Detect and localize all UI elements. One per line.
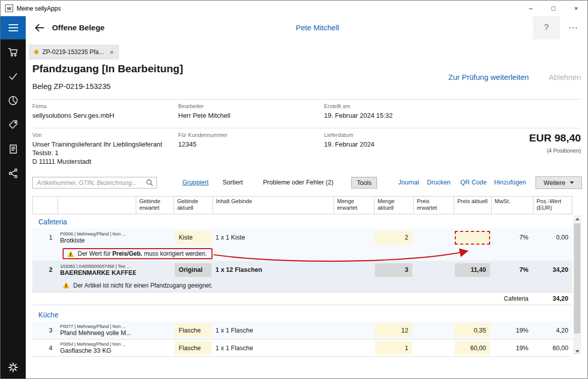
row-warning: Der Artikel ist nicht für einen Pfandzug… xyxy=(32,279,572,292)
col-preis-aktuell: Preis aktuell xyxy=(454,197,492,214)
checkmark-icon xyxy=(8,71,19,82)
table-row[interactable]: 4 P0054 | Mehrweg/Pfand | Non ... Gasfla… xyxy=(32,340,572,357)
positions-count: (4 Positionen) xyxy=(529,148,581,154)
forward-for-review-link[interactable]: Zur Prüfung weiterleiten xyxy=(448,73,528,81)
col-pos-wert: Pos.-Wert (EUR) xyxy=(533,197,573,214)
search-icon[interactable] xyxy=(146,179,153,186)
sidebar-item-cart[interactable] xyxy=(8,46,19,58)
reject-link[interactable]: Ablehnen xyxy=(549,73,581,81)
gebinde-aktuell-field: Original xyxy=(175,263,211,277)
article-search xyxy=(32,177,157,188)
settings-button[interactable] xyxy=(8,362,19,373)
journal-link[interactable]: Journal xyxy=(398,179,419,186)
hamburger-icon xyxy=(9,24,18,25)
search-input[interactable] xyxy=(33,178,146,187)
kundennummer-label: Für Kundennummer xyxy=(178,132,324,138)
chevron-down-icon xyxy=(570,181,574,184)
qr-code-link[interactable]: QR Code xyxy=(460,179,487,186)
gebinde-aktuell-field[interactable]: Kiste xyxy=(175,231,211,245)
current-user[interactable]: Pete Mitchell xyxy=(296,23,339,32)
drucken-link[interactable]: Drucken xyxy=(427,179,451,186)
weitere-dropdown-button[interactable]: Weitere xyxy=(536,176,582,189)
col-menge-aktuell: Menge aktuell xyxy=(375,197,414,214)
back-button[interactable] xyxy=(32,20,47,35)
app-window: W Meine sellyApps – □ × Offene Belege Pe… xyxy=(0,0,588,379)
sidebar-item-journal[interactable] xyxy=(8,144,19,155)
preis-aktuell-field[interactable]: 60,00 xyxy=(455,341,490,355)
col-mwst: MwSt. xyxy=(492,197,533,214)
pos-wert-value: 4,20 xyxy=(533,327,572,334)
menge-aktuell-field: 3 xyxy=(375,263,412,277)
minimize-button[interactable]: – xyxy=(519,1,542,16)
firma-label: Firma xyxy=(32,103,178,109)
tab-close-icon[interactable]: × xyxy=(110,49,114,56)
inhalt-gebinde: 1 x 1 Flasche xyxy=(212,345,334,352)
document-total: EUR 98,40 (4 Positionen) xyxy=(529,132,581,154)
document-tab[interactable]: ZP-0219-153235 Pfa... × xyxy=(29,44,119,60)
article-name: Gasflasche 33 KG xyxy=(60,347,136,354)
article-cell: 102082 | 04005500007456 | Tee ... BAEREN… xyxy=(58,264,136,276)
sidebar-item-share[interactable] xyxy=(8,168,19,179)
menge-aktuell-field[interactable]: 1 xyxy=(375,341,412,355)
back-arrow-icon xyxy=(34,22,45,33)
warning-icon xyxy=(67,251,74,257)
sidebar-item-reports[interactable] xyxy=(8,95,19,106)
subtotal-value: 34,20 xyxy=(533,295,572,302)
window-titlebar: W Meine sellyApps – □ × xyxy=(1,1,587,16)
tag-icon xyxy=(8,119,19,130)
hamburger-menu-button[interactable] xyxy=(1,16,26,39)
sortiert-link[interactable]: Sortiert xyxy=(223,179,243,186)
gebinde-aktuell-field[interactable]: Flasche xyxy=(175,323,211,337)
erstellt-value: 19. Februar 2024 15:32 xyxy=(324,111,581,120)
tools-button[interactable]: Tools xyxy=(351,177,377,188)
table-header-row: Gebinde erwartet Gebinde aktuell Inhalt … xyxy=(32,196,572,214)
maximize-button[interactable]: □ xyxy=(542,1,565,16)
total-amount: EUR 98,40 xyxy=(529,132,581,144)
article-code: P0054 | Mehrweg/Pfand | Non ... xyxy=(60,342,136,347)
probleme-fehler-link[interactable]: Probleme oder Fehler (2) xyxy=(263,179,334,186)
scroll-up-button[interactable] xyxy=(573,215,581,222)
hinzufuegen-link[interactable]: Hinzufügen xyxy=(494,179,526,186)
triangle-down-icon xyxy=(575,350,579,353)
group-header-cafeteria: Cafeteria xyxy=(32,214,572,228)
warning-annotated-box: Der Wert für Preis/Geb. muss korrigiert … xyxy=(63,248,212,259)
meta-fields-row2: Von Unser Trainingslieferant Ihr Lieblin… xyxy=(32,128,581,166)
scrollbar-thumb[interactable] xyxy=(574,223,580,334)
col-menge-erwartet: Menge erwartet xyxy=(334,197,375,214)
table-row[interactable]: 1 P0006 | Mehrweg/Pfand | Non ... Brotki… xyxy=(32,228,572,247)
article-code: 102082 | 04005500007456 | Tee ... xyxy=(60,264,136,269)
article-code: P0077 | Mehrweg/Pfand | Non ... xyxy=(60,324,136,329)
article-cell: P0054 | Mehrweg/Pfand | Non ... Gasflasc… xyxy=(58,342,136,354)
mwst-value: 7% xyxy=(491,234,533,241)
positions-table: Gebinde erwartet Gebinde aktuell Inhalt … xyxy=(32,196,572,357)
preis-aktuell-field-error[interactable] xyxy=(455,231,490,245)
window-title: Meine sellyApps xyxy=(17,5,61,12)
col-inhalt-gebinde: Inhalt Gebinde xyxy=(213,197,334,214)
preis-aktuell-field[interactable]: 0,35 xyxy=(455,323,490,337)
nav-sidebar xyxy=(1,39,26,378)
gebinde-aktuell-field[interactable]: Flasche xyxy=(175,341,211,355)
menge-aktuell-field[interactable]: 12 xyxy=(375,323,412,337)
col-gebinde-erwartet: Gebinde erwartet xyxy=(136,197,174,214)
document-title: Pfandzugang [In Bearbeitung] xyxy=(32,63,183,75)
share-network-icon xyxy=(8,168,19,179)
app-header: Offene Belege Pete Mitchell ? ··· xyxy=(1,16,587,39)
pie-chart-icon xyxy=(8,95,19,106)
gruppiert-link[interactable]: Gruppiert xyxy=(182,179,208,186)
more-options-button[interactable]: ··· xyxy=(561,16,585,39)
scroll-down-button[interactable] xyxy=(573,348,581,355)
menge-aktuell-field[interactable]: 2 xyxy=(375,231,412,245)
kundennummer-value: 12345 xyxy=(178,140,324,149)
erstellt-label: Erstellt am xyxy=(324,103,581,109)
pos-wert-value: 34,20 xyxy=(533,266,572,273)
sidebar-item-tasks[interactable] xyxy=(8,71,19,82)
close-button[interactable]: × xyxy=(565,1,587,16)
table-row[interactable]: 2 102082 | 04005500007456 | Tee ... BAER… xyxy=(32,261,572,279)
row-number: 1 xyxy=(32,234,58,241)
vertical-scrollbar[interactable] xyxy=(573,215,581,355)
help-button[interactable]: ? xyxy=(533,16,560,39)
list-toolbar: Gruppiert Sortiert Probleme oder Fehler … xyxy=(26,177,587,190)
row-warning: Der Wert für Preis/Geb. muss korrigiert … xyxy=(32,247,572,261)
sidebar-item-labels[interactable] xyxy=(8,119,19,130)
table-row[interactable]: 3 P0077 | Mehrweg/Pfand | Non ... Pfand … xyxy=(32,321,572,340)
